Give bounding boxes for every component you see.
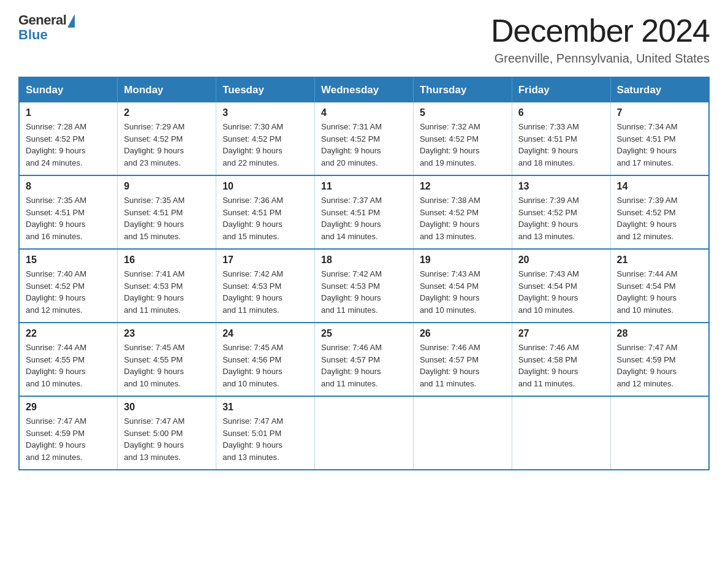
daylight-label: Daylight: 9 hours [420,293,480,302]
day-number: 22 [26,328,111,339]
day-info: Sunrise: 7:43 AM Sunset: 4:54 PM Dayligh… [518,268,604,316]
sunset-label: Sunset: 4:51 PM [518,134,577,144]
day-info: Sunrise: 7:36 AM Sunset: 4:51 PM Dayligh… [222,194,308,242]
logo-blue-text: Blue [18,27,48,43]
sunrise-label: Sunrise: 7:44 AM [26,343,86,352]
day-number: 4 [321,107,407,118]
day-number: 8 [26,181,111,192]
calendar-cell: 27 Sunrise: 7:46 AM Sunset: 4:58 PM Dayl… [512,323,610,396]
sunset-label: Sunset: 4:54 PM [617,282,676,291]
day-info: Sunrise: 7:30 AM Sunset: 4:52 PM Dayligh… [222,121,308,169]
day-info: Sunrise: 7:38 AM Sunset: 4:52 PM Dayligh… [420,194,506,242]
calendar-cell [315,396,414,470]
calendar-cell: 30 Sunrise: 7:47 AM Sunset: 5:00 PM Dayl… [118,396,216,470]
daylight-label: Daylight: 9 hours [222,146,282,155]
sunrise-label: Sunrise: 7:36 AM [222,196,283,205]
sunrise-label: Sunrise: 7:46 AM [321,343,382,352]
logo-top: General [18,12,75,28]
title-section: December 2024 Greenville, Pennsylvania, … [491,12,710,66]
calendar-week-row: 22 Sunrise: 7:44 AM Sunset: 4:55 PM Dayl… [19,323,709,396]
daylight-minutes: and 11 minutes. [222,305,279,315]
sunrise-label: Sunrise: 7:35 AM [124,196,184,205]
daylight-minutes: and 10 minutes. [26,379,83,388]
sunset-label: Sunset: 4:52 PM [518,208,577,217]
day-info: Sunrise: 7:46 AM Sunset: 4:58 PM Dayligh… [518,342,604,389]
daylight-label: Daylight: 9 hours [222,220,282,229]
day-info: Sunrise: 7:35 AM Sunset: 4:51 PM Dayligh… [124,194,210,242]
location-text: Greenville, Pennsylvania, United States [491,52,710,66]
daylight-minutes: and 11 minutes. [420,379,477,388]
calendar-cell: 2 Sunrise: 7:29 AM Sunset: 4:52 PM Dayli… [118,102,216,175]
sunset-label: Sunset: 5:01 PM [222,429,281,438]
day-number: 24 [222,328,308,339]
day-number: 27 [518,328,604,339]
sunrise-label: Sunrise: 7:35 AM [26,196,86,205]
sunset-label: Sunset: 4:52 PM [26,282,85,291]
day-info: Sunrise: 7:29 AM Sunset: 4:52 PM Dayligh… [124,121,210,169]
sunrise-label: Sunrise: 7:39 AM [518,196,579,205]
day-number: 5 [420,107,506,118]
sunset-label: Sunset: 4:53 PM [321,282,380,291]
sunset-label: Sunset: 4:52 PM [124,134,183,144]
day-number: 15 [26,255,111,266]
day-info: Sunrise: 7:43 AM Sunset: 4:54 PM Dayligh… [420,268,506,316]
calendar-cell: 10 Sunrise: 7:36 AM Sunset: 4:51 PM Dayl… [216,175,315,249]
sunrise-label: Sunrise: 7:47 AM [124,416,184,426]
day-number: 16 [124,255,210,266]
daylight-minutes: and 10 minutes. [617,305,674,315]
day-info: Sunrise: 7:31 AM Sunset: 4:52 PM Dayligh… [321,121,407,169]
sunset-label: Sunset: 4:59 PM [617,355,676,364]
daylight-minutes: and 15 minutes. [222,232,279,241]
sunset-label: Sunset: 4:58 PM [518,355,577,364]
day-info: Sunrise: 7:34 AM Sunset: 4:51 PM Dayligh… [617,121,702,169]
daylight-minutes: and 10 minutes. [420,305,477,315]
daylight-minutes: and 11 minutes. [321,379,378,388]
logo-triangle-icon [67,14,75,28]
day-number: 19 [420,255,506,266]
calendar-table: SundayMondayTuesdayWednesdayThursdayFrid… [18,77,710,470]
day-info: Sunrise: 7:46 AM Sunset: 4:57 PM Dayligh… [420,342,506,389]
daylight-label: Daylight: 9 hours [124,293,184,302]
day-number: 21 [617,255,702,266]
sunrise-label: Sunrise: 7:40 AM [26,269,86,278]
daylight-minutes: and 12 minutes. [617,379,674,388]
sunset-label: Sunset: 4:52 PM [26,134,85,144]
daylight-minutes: and 24 minutes. [26,158,83,167]
calendar-cell: 18 Sunrise: 7:42 AM Sunset: 4:53 PM Dayl… [315,249,414,323]
day-number: 30 [124,402,210,413]
day-info: Sunrise: 7:45 AM Sunset: 4:56 PM Dayligh… [222,342,308,389]
daylight-minutes: and 23 minutes. [124,158,181,167]
calendar-week-row: 29 Sunrise: 7:47 AM Sunset: 4:59 PM Dayl… [19,396,709,470]
sunrise-label: Sunrise: 7:47 AM [26,416,86,426]
day-number: 20 [518,255,604,266]
sunrise-label: Sunrise: 7:42 AM [222,269,283,278]
calendar-cell: 1 Sunrise: 7:28 AM Sunset: 4:52 PM Dayli… [19,102,118,175]
weekday-header-wednesday: Wednesday [315,77,414,102]
day-number: 7 [617,107,702,118]
weekday-header-saturday: Saturday [610,77,709,102]
daylight-label: Daylight: 9 hours [26,440,86,450]
daylight-minutes: and 14 minutes. [321,232,378,241]
calendar-cell: 8 Sunrise: 7:35 AM Sunset: 4:51 PM Dayli… [19,175,118,249]
daylight-minutes: and 10 minutes. [518,305,575,315]
calendar-cell: 28 Sunrise: 7:47 AM Sunset: 4:59 PM Dayl… [610,323,709,396]
daylight-label: Daylight: 9 hours [124,220,184,229]
daylight-minutes: and 11 minutes. [124,305,181,315]
daylight-minutes: and 12 minutes. [26,453,83,462]
sunrise-label: Sunrise: 7:34 AM [617,122,678,131]
logo: General Blue [18,12,75,43]
sunset-label: Sunset: 4:53 PM [124,282,183,291]
calendar-week-row: 15 Sunrise: 7:40 AM Sunset: 4:52 PM Dayl… [19,249,709,323]
day-number: 23 [124,328,210,339]
day-info: Sunrise: 7:37 AM Sunset: 4:51 PM Dayligh… [321,194,407,242]
daylight-label: Daylight: 9 hours [222,440,282,450]
sunrise-label: Sunrise: 7:43 AM [420,269,480,278]
calendar-cell: 4 Sunrise: 7:31 AM Sunset: 4:52 PM Dayli… [315,102,414,175]
day-info: Sunrise: 7:41 AM Sunset: 4:53 PM Dayligh… [124,268,210,316]
daylight-label: Daylight: 9 hours [617,220,677,229]
calendar-cell: 22 Sunrise: 7:44 AM Sunset: 4:55 PM Dayl… [19,323,118,396]
page-header: General Blue December 2024 Greenville, P… [18,12,710,66]
sunrise-label: Sunrise: 7:47 AM [222,416,283,426]
daylight-label: Daylight: 9 hours [26,146,86,155]
sunset-label: Sunset: 4:51 PM [124,208,183,217]
